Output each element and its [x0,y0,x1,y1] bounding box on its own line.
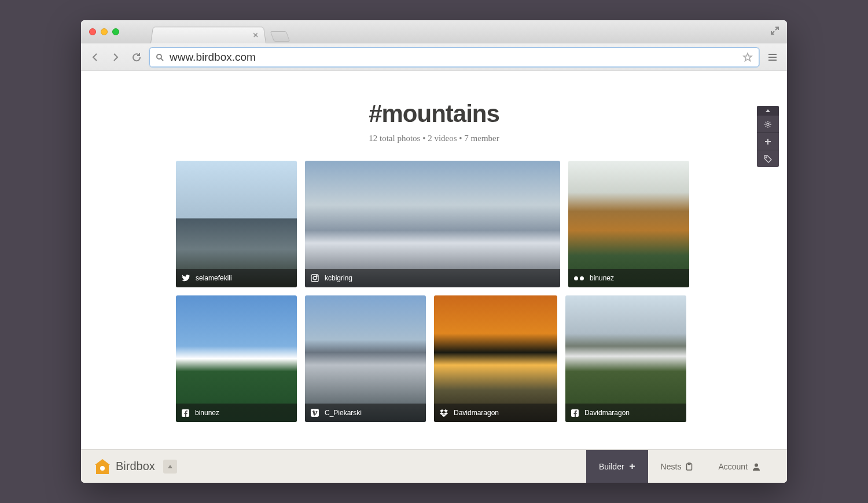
address-bar[interactable]: www.birdbox.com [149,47,759,67]
bottom-bar: Birdbox Builder Nests Account [81,449,787,483]
facebook-icon [571,409,579,417]
collapse-tools-button[interactable] [757,106,779,115]
photo-caption: kcbigring [305,269,560,287]
minimize-window-button[interactable] [101,28,108,35]
nests-button[interactable]: Nests [648,450,706,483]
photo-card[interactable]: selamefekili [176,161,297,287]
photo-card[interactable]: Davidmaragon [434,295,557,422]
page-title: #mountains [81,100,787,128]
svg-point-3 [317,276,318,277]
page-subtitle: 12 total photos • 2 videos • 7 member [81,134,787,143]
tag-button[interactable] [757,150,779,167]
photo-username: C_Piekarski [325,409,362,417]
new-tab-button[interactable] [270,31,290,42]
tag-icon [764,155,772,163]
tab-close-icon[interactable]: ✕ [252,31,260,39]
photo-gallery: selamefekili kcbigring binunez binunez [176,161,692,422]
maximize-window-button[interactable] [112,28,119,35]
facebook-icon [182,409,189,417]
svg-point-8 [766,157,767,158]
side-toolbar [757,106,779,167]
brand-name: Birdbox [116,460,155,473]
photo-caption: Davidmaragon [434,404,557,422]
twitter-icon [182,275,190,282]
svg-point-11 [755,463,758,467]
settings-button[interactable] [757,115,779,132]
photo-username: Davidmaragon [454,409,499,417]
photo-card[interactable]: Davidmaragon [565,295,686,422]
page-content: #mountains 12 total photos • 2 videos • … [81,71,787,449]
account-label: Account [718,462,748,471]
account-button[interactable]: Account [705,450,773,483]
photo-card[interactable]: kcbigring [305,161,560,287]
back-button[interactable] [87,49,103,65]
instagram-icon [311,274,319,282]
photo-card[interactable]: binunez [176,295,297,422]
add-button[interactable] [757,132,779,150]
browser-window: ✕ www.birdbox.com #mountains [81,20,787,483]
browser-toolbar: www.birdbox.com [81,43,787,71]
close-window-button[interactable] [89,28,96,35]
dropbox-icon [440,409,448,417]
forward-button[interactable] [108,49,124,65]
builder-button[interactable]: Builder [586,450,648,483]
svg-point-0 [157,54,161,59]
svg-point-7 [767,123,769,125]
plus-icon [629,463,635,469]
search-icon [156,53,164,61]
browser-menu-button[interactable] [764,49,781,66]
plus-icon [764,138,771,145]
photo-caption: selamefekili [176,269,297,287]
photo-username: binunez [590,274,614,282]
collapse-bar-button[interactable] [163,460,177,474]
title-block: #mountains 12 total photos • 2 videos • … [81,71,787,143]
browser-tab[interactable]: ✕ [150,27,266,43]
user-icon [752,463,760,471]
gear-icon [764,120,772,128]
photo-username: selamefekili [196,274,232,282]
flickr-icon [574,276,584,280]
svg-point-2 [313,276,317,280]
photo-caption: Davidmaragon [565,404,686,422]
brand-logo-icon [95,459,110,474]
browser-tabstrip: ✕ [81,20,787,43]
bottom-nav: Builder Nests Account [586,450,773,483]
photo-username: binunez [195,409,219,417]
expand-icon[interactable] [771,27,779,37]
reload-button[interactable] [128,49,145,65]
url-text: www.birdbox.com [170,51,737,64]
photo-caption: C_Piekarski [305,404,426,422]
photo-caption: binunez [176,404,297,422]
builder-label: Builder [599,462,624,471]
traffic-lights [89,28,119,35]
photo-card[interactable]: C_Piekarski [305,295,426,422]
photo-caption: binunez [568,269,689,287]
photo-username: kcbigring [325,274,352,282]
clipboard-icon [686,463,693,471]
nests-label: Nests [661,462,682,471]
brand[interactable]: Birdbox [95,459,155,474]
photo-card[interactable]: binunez [568,161,689,287]
bookmark-star-icon[interactable] [742,52,753,62]
vimeo-icon [311,409,319,417]
photo-username: Davidmaragon [584,409,630,417]
